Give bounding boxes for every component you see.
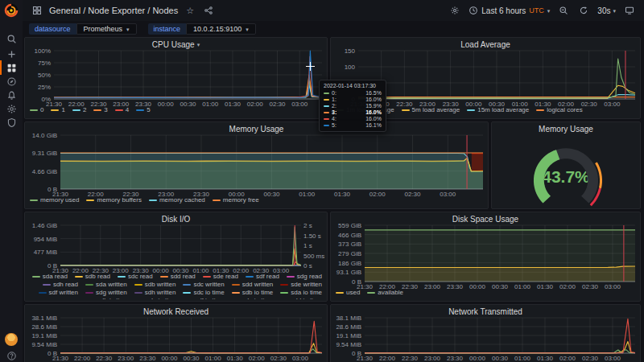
legend-color-dash xyxy=(203,276,211,278)
panel-header-cpu[interactable]: CPU Usage ▾ xyxy=(25,38,327,51)
legend-item[interactable]: sdd written xyxy=(232,281,274,289)
y2-axis-label: 1.50 s xyxy=(303,232,328,240)
legend-item[interactable]: sdb io time xyxy=(232,289,274,297)
plot-area[interactable] xyxy=(365,318,635,353)
y-axis-label: 466 GiB xyxy=(332,232,361,239)
refresh-icon[interactable] xyxy=(577,4,590,17)
legend-item[interactable]: sdh io time xyxy=(87,297,129,299)
panel-header-load[interactable]: Load Average xyxy=(331,38,640,51)
y-axis-label: 100 xyxy=(332,64,355,71)
legend-color-dash xyxy=(75,276,83,278)
panel-header-net-rx[interactable]: Network Received xyxy=(25,305,327,318)
plot-area[interactable] xyxy=(365,225,635,282)
panel-header-disk-space[interactable]: Disk Space Usage xyxy=(331,212,640,225)
y-axis-label: 19.1 MiB xyxy=(332,332,361,339)
legend-item[interactable]: sda read xyxy=(32,273,68,281)
legend-color-dash xyxy=(213,200,221,201)
tooltip-row: 5:16.1% xyxy=(324,122,382,129)
panel-memory-usage: Memory Usage 14.0 GiB9.31 GiB4.66 GiB0 B… xyxy=(24,121,489,209)
legend-item[interactable]: 4 xyxy=(115,106,129,114)
breadcrumb[interactable]: General / Node Exporter / Nodes xyxy=(49,6,178,15)
panel-header-memory[interactable]: Memory Usage xyxy=(25,122,488,135)
sidebar-item-help[interactable] xyxy=(0,348,23,362)
legend-item[interactable]: 1 xyxy=(51,106,64,114)
legend-item[interactable]: 3 xyxy=(93,106,107,114)
time-range-label: Last 6 hours xyxy=(481,6,526,15)
datasource-dropdown[interactable]: Prometheus ▾ xyxy=(76,23,137,35)
legend-item[interactable]: sdh read xyxy=(43,281,78,289)
legend-item[interactable]: sda written xyxy=(85,281,127,289)
plot-area[interactable] xyxy=(358,51,635,99)
legend-color-dash xyxy=(30,109,38,111)
x-axis-label: 01:30 xyxy=(533,355,557,362)
x-axis-label: 02:30 xyxy=(266,355,291,362)
kiosk-monitor-icon[interactable] xyxy=(623,4,636,17)
y-axis-label: 19.1 MiB xyxy=(27,332,57,339)
legend-item[interactable]: 5m load average xyxy=(402,106,460,114)
legend-item[interactable]: sdf written xyxy=(39,289,78,297)
legend-item[interactable]: 0 xyxy=(30,106,43,114)
legend-item[interactable]: sdc io time xyxy=(183,289,224,297)
sidebar-item-server-admin[interactable] xyxy=(0,114,23,130)
panel-header-memory-gauge[interactable]: Memory Usage xyxy=(492,122,640,135)
x-axis-label: 21:30 xyxy=(48,355,72,362)
sidebar-item-search[interactable] xyxy=(0,31,23,47)
bell-icon xyxy=(6,90,17,101)
dashboard-settings-icon[interactable] xyxy=(448,4,461,17)
user-avatar[interactable] xyxy=(5,333,18,346)
legend-item[interactable]: 2 xyxy=(72,106,86,114)
legend-item[interactable]: sdg read xyxy=(287,273,322,281)
legend-item[interactable]: 5 xyxy=(136,106,150,114)
top-navbar: General / Node Exporter / Nodes ☆ Last 6… xyxy=(23,0,644,21)
legend-item[interactable]: 15m load average xyxy=(467,106,529,114)
legend-item[interactable]: sdd read xyxy=(160,273,196,281)
legend-item[interactable]: sdg io time xyxy=(135,297,177,299)
x-axis-label: 00:30 xyxy=(180,355,204,362)
refresh-interval-dropdown[interactable]: 30s ▾ xyxy=(597,6,616,15)
instance-dropdown[interactable]: 10.0.2.15:9100 ▾ xyxy=(186,23,256,35)
legend-item[interactable]: sdf read xyxy=(246,273,279,281)
y-axis-label: 9.54 MiB xyxy=(27,341,57,348)
time-range-picker[interactable]: Last 6 hours UTC ▾ xyxy=(469,6,550,15)
plot-area[interactable] xyxy=(60,318,322,353)
x-axis-label: 00:00 xyxy=(465,355,489,362)
legend-item[interactable]: sdf io time xyxy=(184,297,224,299)
y-axis-label: 4.66 GiB xyxy=(27,168,57,175)
plus-icon xyxy=(6,49,17,60)
zoom-out-icon[interactable] xyxy=(557,4,570,17)
legend-item[interactable]: memory free xyxy=(213,196,259,204)
plot-area[interactable] xyxy=(54,51,322,99)
legend-item[interactable]: available xyxy=(367,289,403,297)
legend-item[interactable]: sdc written xyxy=(183,281,224,289)
legend-item[interactable]: memory used xyxy=(30,196,79,204)
legend-item[interactable]: sde read xyxy=(203,273,238,281)
legend-item[interactable]: sdb written xyxy=(134,281,176,289)
panel-header-net-tx[interactable]: Network Transmitted xyxy=(331,305,640,318)
panel-cpu-usage: CPU Usage ▾ 100%75%50%25%0%21:3022:0022:… xyxy=(24,37,328,119)
variable-label-datasource: datasource xyxy=(29,23,76,35)
legend-item[interactable]: logical cores xyxy=(536,106,582,114)
x-axis-label: 03:00 xyxy=(601,355,625,362)
legend-item[interactable]: sdd io time xyxy=(280,297,322,299)
x-axis-label: 23:30 xyxy=(135,355,159,362)
legend-item[interactable]: sdb read xyxy=(75,273,110,281)
legend-item[interactable]: memory cached xyxy=(149,196,205,204)
panel-header-disk-io[interactable]: Disk I/O xyxy=(25,212,327,225)
legend-item[interactable]: sda io time xyxy=(280,289,322,297)
star-icon[interactable]: ☆ xyxy=(184,4,196,17)
legend-color-dash xyxy=(183,284,191,286)
plot-area[interactable] xyxy=(60,225,301,265)
legend-item[interactable]: used xyxy=(336,289,360,297)
legend: 012345 xyxy=(30,106,322,117)
plot-area[interactable] xyxy=(60,135,483,189)
share-icon[interactable] xyxy=(202,4,215,17)
legend-item[interactable]: sdc read xyxy=(118,273,153,281)
y-axis-label: 9.31 GiB xyxy=(27,150,57,157)
legend-item[interactable]: memory buffers xyxy=(86,196,141,204)
sidebar xyxy=(0,0,23,362)
legend-item[interactable]: sde written xyxy=(280,281,322,289)
grafana-logo[interactable] xyxy=(4,3,19,18)
legend-item[interactable]: sdh written xyxy=(134,289,176,297)
legend-item[interactable]: sdg written xyxy=(85,289,127,297)
legend-item[interactable]: sde io time xyxy=(232,297,274,299)
